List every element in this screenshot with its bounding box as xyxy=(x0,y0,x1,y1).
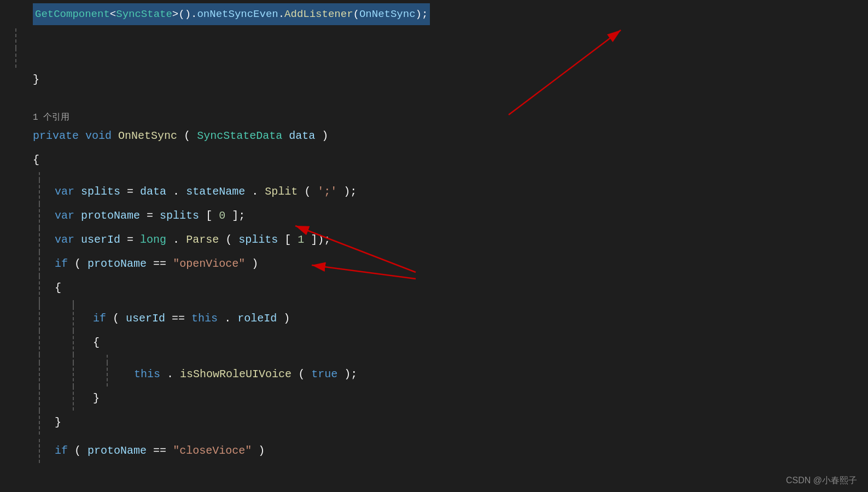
spacer-inner-3 xyxy=(0,355,868,362)
ref-label-container: 1 个引用 xyxy=(0,109,868,124)
inner-dash-sp3b xyxy=(73,355,74,362)
line-top-truncated: GetComponent<SyncState>().onNetSyncEven.… xyxy=(0,0,868,28)
inner-dash-inner-if2 xyxy=(73,331,74,355)
line-open-brace-if: { xyxy=(0,276,868,300)
inner-dash-if1 xyxy=(39,252,40,276)
inner-dash-userid2 xyxy=(39,307,40,331)
top-line-text: GetComponent<SyncState>().onNetSyncEven.… xyxy=(33,3,430,25)
empty-line-1 xyxy=(0,28,868,48)
open-brace-if: { xyxy=(55,278,61,298)
inner-dash-isshow3 xyxy=(107,362,108,386)
method-signature-text: private void OnNetSync ( SyncStateData d… xyxy=(33,126,328,146)
ref-label: 1 个引用 xyxy=(33,113,69,122)
inner-dash-userid xyxy=(39,228,40,252)
line-isshowrole: this . isShowRoleUIVoice ( true ); xyxy=(0,362,868,386)
code-container: GetComponent<SyncState>().onNetSyncEven.… xyxy=(0,0,868,492)
var-splits-text: var splits = data . stateName . Split ( … xyxy=(55,182,357,202)
spacer-dash-1 xyxy=(0,172,868,180)
spacer-inner-2 xyxy=(0,300,868,307)
line-method-signature: private void OnNetSync ( SyncStateData d… xyxy=(0,124,868,148)
spacer-bottom xyxy=(0,435,868,439)
var-protoname-text: var protoName = splits [ 0 ]; xyxy=(55,206,245,226)
var-userid-text: var userId = long . Parse ( splits [ 1 ]… xyxy=(55,230,330,250)
inner-dash-userid2b xyxy=(73,307,74,331)
close-brace-outer: } xyxy=(33,70,39,90)
line-if-userid: if ( userId == this . roleId ) xyxy=(0,307,868,331)
line-if-openvioce: if ( protoName == "openVioce" ) xyxy=(0,252,868,276)
inner-dash-isshow xyxy=(39,362,40,386)
if-openvioce-text: if ( protoName == "openVioce" ) xyxy=(55,254,258,274)
inner-dash-close-outer xyxy=(39,411,40,435)
inner-dash-inner-if xyxy=(39,331,40,355)
line-if-closevioce: if ( protoName == "closeVioce" ) xyxy=(0,439,868,463)
empty-line-2 xyxy=(0,48,868,68)
inner-dash-if-brace xyxy=(39,276,40,300)
inner-dash-1 xyxy=(39,172,40,180)
inner-dash-sp2 xyxy=(39,300,40,307)
isshow-text: this . isShowRoleUIVoice ( true ); xyxy=(134,365,357,384)
inner-dash-sp2b xyxy=(73,300,74,307)
if-userid-text: if ( userId == this . roleId ) xyxy=(93,309,290,329)
inner-dash-close-vioce xyxy=(39,439,40,463)
line-var-splits: var splits = data . stateName . Split ( … xyxy=(0,180,868,204)
close-brace-inner-if: } xyxy=(93,389,100,408)
inner-dash-close-inner2 xyxy=(73,386,74,411)
line-open-brace-inner-if: { xyxy=(0,331,868,355)
inner-dash-proto xyxy=(39,204,40,228)
close-brace-outer-if: } xyxy=(55,413,61,432)
line-var-userid: var userId = long . Parse ( splits [ 1 ]… xyxy=(0,228,868,252)
open-brace-method: { xyxy=(33,150,39,170)
line-close-inner-if: } xyxy=(0,386,868,411)
top-line-highlighted: GetComponent<SyncState>().onNetSyncEven.… xyxy=(33,3,430,25)
inner-dash-isshow2 xyxy=(73,362,74,386)
empty-spacer xyxy=(0,92,868,109)
dash-1 xyxy=(15,28,16,48)
inner-dash-sp3 xyxy=(39,355,40,362)
line-close-if-openvioce: } xyxy=(0,411,868,435)
line-close-brace-outer: } xyxy=(0,68,868,92)
inner-dash-sp3c xyxy=(107,355,108,362)
line-var-protoname: var protoName = splits [ 0 ]; xyxy=(0,204,868,228)
watermark: CSDN @小春熙子 xyxy=(786,475,857,487)
if-closevioce-text: if ( protoName == "closeVioce" ) xyxy=(55,441,265,461)
inner-dash-splits xyxy=(39,180,40,204)
dash-2 xyxy=(15,48,16,68)
open-brace-inner-if: { xyxy=(93,333,100,353)
line-open-brace-method: { xyxy=(0,148,868,172)
inner-dash-close-inner xyxy=(39,386,40,411)
